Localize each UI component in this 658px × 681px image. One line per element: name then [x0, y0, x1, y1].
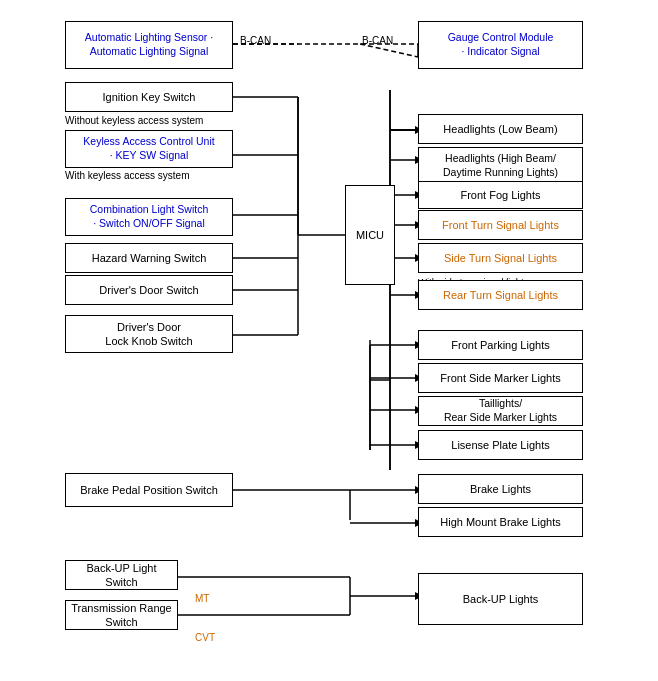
driver-door-box: Driver's Door Switch — [65, 275, 233, 305]
auto-sensor-box: Automatic Lighting Sensor · Automatic Li… — [65, 21, 233, 69]
diagram: Automatic Lighting Sensor · Automatic Li… — [0, 0, 658, 681]
backup-lights-box: Back-UP Lights — [418, 573, 583, 625]
headlights-high-box: Headlights (High Beam/Daytime Running Li… — [418, 147, 583, 185]
combo-box: Combination Light Switch· Switch ON/OFF … — [65, 198, 233, 236]
front-side-marker-box: Front Side Marker Lights — [418, 363, 583, 393]
driver-lock-box: Driver's DoorLock Knob Switch — [65, 315, 233, 353]
hazard-box: Hazard Warning Switch — [65, 243, 233, 273]
rear-turn-box: Rear Turn Signal Lights — [418, 280, 583, 310]
ignition-box: Ignition Key Switch — [65, 82, 233, 112]
side-turn-box: Side Turn Signal Lights — [418, 243, 583, 273]
bcan-right-label: B-CAN — [362, 35, 393, 46]
gauge-box: Gauge Control Module· Indicator Signal — [418, 21, 583, 69]
micu-box: MICU — [345, 185, 395, 285]
with-keyless-label: With keyless access system — [65, 170, 189, 181]
high-mount-box: High Mount Brake Lights — [418, 507, 583, 537]
brake-lights-box: Brake Lights — [418, 474, 583, 504]
trans-range-box: Transmission Range Switch — [65, 600, 178, 630]
headlights-low-box: Headlights (Low Beam) — [418, 114, 583, 144]
front-turn-box: Front Turn Signal Lights — [418, 210, 583, 240]
cvt-label: CVT — [195, 632, 215, 643]
mt-label: MT — [195, 593, 209, 604]
brake-pedal-box: Brake Pedal Position Switch — [65, 473, 233, 507]
front-fog-box: Front Fog Lights — [418, 181, 583, 209]
taillights-box: Taillights/Rear Side Marker Lights — [418, 396, 583, 426]
front-parking-box: Front Parking Lights — [418, 330, 583, 360]
license-box: Lisense Plate Lights — [418, 430, 583, 460]
keyless-box: Keyless Access Control Unit· KEY SW Sign… — [65, 130, 233, 168]
without-keyless-label: Without keyless access system — [65, 115, 203, 126]
bcan-left-label: B-CAN — [240, 35, 271, 46]
backup-switch-box: Back-UP Light Switch — [65, 560, 178, 590]
